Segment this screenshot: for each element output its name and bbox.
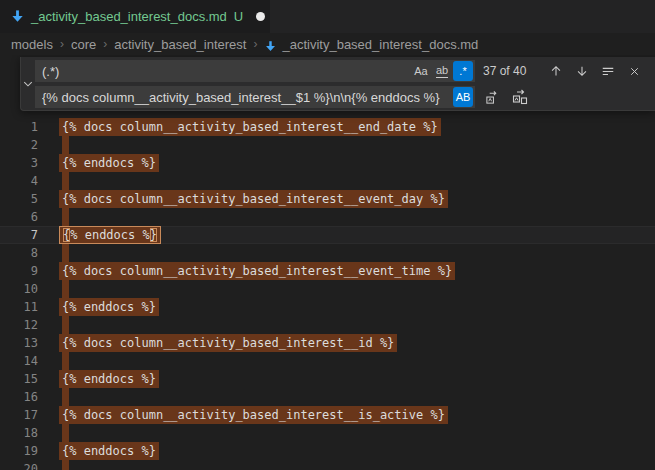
line-number: 8 — [0, 244, 38, 262]
line-content: {% enddocs %} — [38, 226, 161, 244]
line-content — [38, 460, 69, 470]
line-content — [38, 424, 69, 442]
tab-active-file[interactable]: _activity_based_interest_docs.md U — [0, 0, 270, 33]
replace-icon — [485, 90, 500, 105]
unsaved-changes-dot[interactable] — [256, 12, 265, 21]
line-number: 4 — [0, 172, 38, 190]
find-match-highlight: {% docs column__activity_based_interest_… — [59, 190, 448, 208]
regex-button[interactable]: .* — [453, 61, 473, 81]
find-replace-widget: (.*) Aa ab .* 37 of 40 — [20, 57, 655, 111]
find-results-count: 37 of 40 — [483, 64, 526, 78]
code-line[interactable]: 19{% enddocs %} — [0, 442, 655, 460]
line-number: 17 — [0, 406, 38, 424]
line-number: 7 — [0, 226, 38, 244]
selection-icon — [601, 64, 615, 78]
find-match-highlight — [62, 460, 69, 470]
line-content — [38, 280, 69, 298]
breadcrumb-item-models[interactable]: models — [11, 37, 53, 52]
line-content — [38, 208, 69, 226]
code-line[interactable]: 7{% enddocs %} — [0, 226, 655, 244]
line-number: 18 — [0, 424, 38, 442]
find-match-highlight — [62, 316, 69, 334]
replace-all-icon — [512, 89, 528, 105]
find-match-highlight: {% enddocs %} — [59, 442, 159, 460]
line-number: 14 — [0, 352, 38, 370]
code-line[interactable]: 10 — [0, 280, 655, 298]
code-area[interactable]: 1{% docs column__activity_based_interest… — [0, 118, 655, 470]
close-find-widget-button[interactable] — [623, 60, 645, 82]
code-line[interactable]: 9{% docs column__activity_based_interest… — [0, 262, 655, 280]
line-number: 16 — [0, 388, 38, 406]
replace-button[interactable] — [481, 86, 503, 108]
breadcrumb-separator: › — [253, 37, 257, 51]
code-line[interactable]: 18 — [0, 424, 655, 442]
line-content: {% docs column__activity_based_interest_… — [38, 190, 448, 208]
whole-word-button[interactable]: ab — [432, 61, 452, 81]
previous-match-button[interactable] — [545, 60, 567, 82]
markdown-file-icon — [264, 40, 277, 53]
line-content — [38, 352, 69, 370]
breadcrumb-item-folder[interactable]: activity_based_interest — [114, 37, 246, 52]
line-content: {% docs column__activity_based_interest_… — [38, 334, 397, 352]
line-number: 20 — [0, 460, 38, 470]
code-line[interactable]: 3{% enddocs %} — [0, 154, 655, 172]
line-content — [38, 316, 69, 334]
editor-pane[interactable]: (.*) Aa ab .* 37 of 40 — [0, 55, 655, 470]
preserve-case-button[interactable]: AB — [453, 87, 473, 107]
match-case-button[interactable]: Aa — [411, 61, 431, 81]
line-number: 15 — [0, 370, 38, 388]
next-match-button[interactable] — [571, 60, 593, 82]
code-line[interactable]: 17{% docs column__activity_based_interes… — [0, 406, 655, 424]
line-number: 2 — [0, 136, 38, 154]
find-match-highlight: {% enddocs %} — [59, 154, 159, 172]
code-line[interactable]: 14 — [0, 352, 655, 370]
find-match-highlight: {% enddocs %} — [59, 298, 159, 316]
code-line[interactable]: 12 — [0, 316, 655, 334]
code-line[interactable]: 4 — [0, 172, 655, 190]
line-content: {% enddocs %} — [38, 442, 159, 460]
code-line[interactable]: 13{% docs column__activity_based_interes… — [0, 334, 655, 352]
replace-input[interactable]: {% docs column__activity_based_interest_… — [35, 86, 475, 108]
find-match-highlight: {% docs column__activity_based_interest_… — [59, 118, 441, 136]
breadcrumb-item-core[interactable]: core — [71, 37, 96, 52]
code-line[interactable]: 11{% enddocs %} — [0, 298, 655, 316]
find-in-selection-button[interactable] — [597, 60, 619, 82]
find-match-highlight: {% enddocs %} — [59, 370, 159, 388]
toggle-replace-button[interactable] — [21, 57, 35, 110]
code-line[interactable]: 20 — [0, 460, 655, 470]
code-line[interactable]: 15{% enddocs %} — [0, 370, 655, 388]
line-number: 5 — [0, 190, 38, 208]
breadcrumb-separator: › — [60, 37, 64, 51]
find-match-highlight — [62, 280, 69, 298]
code-line[interactable]: 5{% docs column__activity_based_interest… — [0, 190, 655, 208]
code-line[interactable]: 1{% docs column__activity_based_interest… — [0, 118, 655, 136]
replace-all-button[interactable] — [509, 86, 531, 108]
tab-filename: _activity_based_interest_docs.md — [31, 9, 227, 24]
find-match-highlight — [62, 244, 69, 262]
find-match-highlight: {% docs column__activity_based_interest_… — [59, 334, 397, 352]
line-number: 12 — [0, 316, 38, 334]
breadcrumb-separator: › — [103, 37, 107, 51]
current-find-match: {% enddocs %} — [59, 226, 161, 244]
line-number: 10 — [0, 280, 38, 298]
line-content: {% docs column__activity_based_interest_… — [38, 118, 441, 136]
close-icon — [628, 65, 641, 78]
code-line[interactable]: 6 — [0, 208, 655, 226]
git-status-badge: U — [234, 9, 243, 24]
line-content: {% docs column__activity_based_interest_… — [38, 262, 455, 280]
arrow-up-icon — [549, 64, 563, 78]
code-line[interactable]: 8 — [0, 244, 655, 262]
line-number: 6 — [0, 208, 38, 226]
line-content: {% enddocs %} — [38, 298, 159, 316]
code-line[interactable]: 2 — [0, 136, 655, 154]
find-input[interactable]: (.*) Aa ab .* — [35, 60, 475, 82]
line-content: {% enddocs %} — [38, 154, 159, 172]
find-match-highlight — [62, 208, 69, 226]
line-content — [38, 172, 69, 190]
breadcrumb-item-file[interactable]: _activity_based_interest_docs.md — [282, 37, 478, 52]
line-number: 9 — [0, 262, 38, 280]
line-number: 1 — [0, 118, 38, 136]
code-line[interactable]: 16 — [0, 388, 655, 406]
find-match-highlight: {% docs column__activity_based_interest_… — [59, 262, 455, 280]
find-match-highlight — [62, 424, 69, 442]
